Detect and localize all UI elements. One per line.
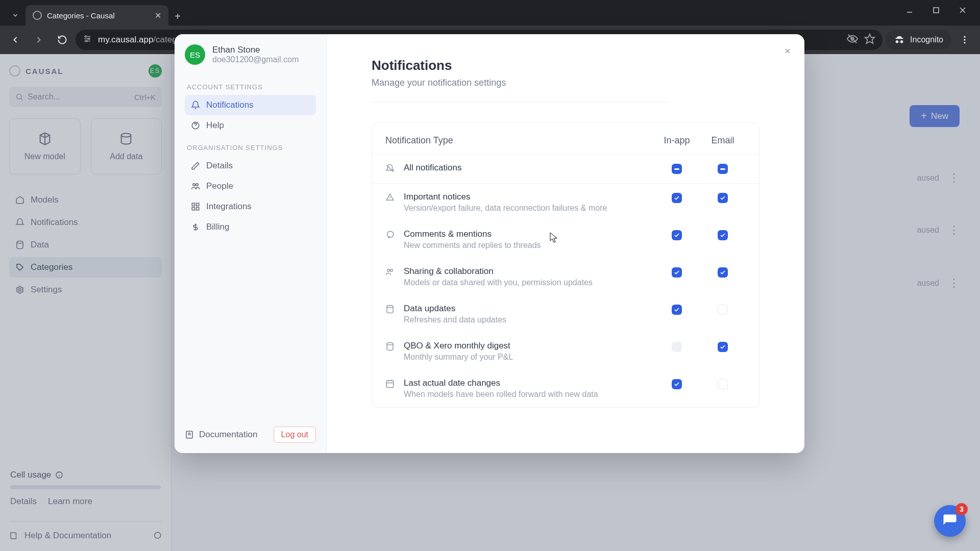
svg-point-44	[387, 343, 393, 345]
table-row: Data updatesRefreshes and data updates	[372, 295, 759, 333]
checkbox-inapp[interactable]	[672, 164, 682, 174]
row-title: Comments & mentions	[404, 229, 654, 239]
sidebar-item-billing[interactable]: Billing	[185, 217, 316, 237]
row-icon	[385, 267, 396, 279]
sidebar-item-people[interactable]: People	[185, 176, 316, 196]
checkbox-email[interactable]	[718, 230, 728, 240]
logout-button[interactable]: Log out	[274, 427, 316, 443]
help-icon	[191, 121, 200, 130]
profile-email: doe301200@gmail.com	[212, 55, 299, 64]
svg-point-27	[196, 184, 199, 186]
sidebar-footer: Documentation Log out	[185, 418, 316, 443]
svg-point-43	[387, 306, 393, 308]
checkbox-email[interactable]	[718, 305, 728, 315]
checkbox-inapp[interactable]	[672, 305, 682, 315]
bell-icon	[191, 101, 200, 110]
svg-point-41	[387, 269, 390, 272]
row-title: Data updates	[404, 304, 654, 314]
row-icon	[385, 379, 396, 390]
dollar-icon	[191, 222, 200, 232]
row-icon	[385, 342, 396, 353]
row-title: Sharing & collaboration	[404, 266, 654, 277]
page-subtitle: Manage your notification settings	[372, 78, 760, 88]
checkbox-inapp[interactable]	[672, 379, 682, 389]
row-desc: Monthly summary of your P&L	[404, 353, 654, 362]
sidebar-item-notifications[interactable]: Notifications	[185, 95, 316, 115]
close-icon	[783, 47, 792, 55]
people-icon	[191, 182, 200, 191]
profile: ES Ethan Stone doe301200@gmail.com	[185, 44, 316, 65]
integrations-icon	[191, 202, 200, 211]
account-section-label: ACCOUNT SETTINGS	[187, 83, 314, 91]
avatar: ES	[185, 44, 205, 65]
checkbox-inapp[interactable]	[672, 193, 682, 203]
chat-icon	[942, 513, 958, 529]
row-desc: Version/export failure, data reconnectio…	[404, 204, 654, 213]
row-title: Important notices	[404, 192, 654, 202]
table-row: Comments & mentionsNew comments and repl…	[372, 221, 759, 258]
row-desc: When models have been rolled forward wit…	[404, 390, 654, 399]
svg-rect-31	[197, 208, 199, 210]
table-row: All notifications	[372, 155, 759, 184]
row-icon	[385, 305, 396, 316]
table-row: Last actual date changesWhen models have…	[372, 370, 759, 407]
row-icon	[385, 230, 396, 241]
row-title: All notifications	[404, 163, 654, 173]
page-title: Notifications	[372, 58, 760, 73]
checkbox-email[interactable]	[718, 379, 728, 389]
col-type: Notification Type	[385, 135, 654, 146]
notification-table: Notification Type In-app Email All notif…	[372, 122, 760, 408]
close-modal-button[interactable]	[780, 43, 795, 59]
checkbox-inapp	[672, 342, 682, 352]
col-inapp: In-app	[654, 135, 700, 146]
chat-bubble[interactable]: 3	[934, 505, 966, 537]
checkbox-email[interactable]	[718, 193, 728, 203]
checkbox-inapp[interactable]	[672, 230, 682, 240]
pencil-icon	[191, 161, 200, 170]
row-icon	[385, 193, 396, 204]
checkbox-email[interactable]	[718, 342, 728, 352]
sidebar-item-details[interactable]: Details	[185, 156, 316, 176]
settings-modal: ES Ethan Stone doe301200@gmail.com ACCOU…	[175, 34, 804, 453]
table-row: Important noticesVersion/export failure,…	[372, 184, 759, 221]
modal-sidebar: ES Ethan Stone doe301200@gmail.com ACCOU…	[175, 34, 327, 453]
modal-main: Notifications Manage your notification s…	[327, 34, 804, 453]
checkbox-email[interactable]	[718, 164, 728, 174]
chat-badge: 3	[955, 503, 968, 515]
table-header: Notification Type In-app Email	[372, 126, 759, 155]
svg-point-26	[193, 184, 195, 186]
row-desc: New comments and replies to threads	[404, 241, 654, 250]
svg-rect-45	[386, 381, 394, 388]
profile-name: Ethan Stone	[212, 45, 299, 55]
doc-icon	[185, 430, 194, 439]
row-title: Last actual date changes	[404, 378, 654, 388]
checkbox-email[interactable]	[718, 267, 728, 278]
table-row: QBO & Xero monthly digestMonthly summary…	[372, 333, 759, 370]
divider	[372, 102, 668, 102]
row-desc: Models or data shared with you, permissi…	[404, 278, 654, 287]
svg-point-42	[390, 269, 393, 272]
row-desc: Refreshes and data updates	[404, 315, 654, 324]
svg-rect-30	[192, 208, 194, 210]
table-row: Sharing & collaborationModels or data sh…	[372, 258, 759, 295]
col-email: Email	[700, 135, 746, 146]
row-title: QBO & Xero monthly digest	[404, 341, 654, 351]
sidebar-item-integrations[interactable]: Integrations	[185, 196, 316, 217]
sidebar-item-help[interactable]: Help	[185, 115, 316, 136]
checkbox-inapp[interactable]	[672, 267, 682, 278]
svg-rect-28	[192, 203, 194, 206]
modal-overlay[interactable]: ES Ethan Stone doe301200@gmail.com ACCOU…	[0, 0, 980, 551]
org-section-label: ORGANISATION SETTINGS	[187, 144, 314, 152]
svg-rect-29	[197, 203, 199, 206]
documentation-link[interactable]: Documentation	[185, 430, 267, 440]
row-icon	[385, 164, 396, 175]
